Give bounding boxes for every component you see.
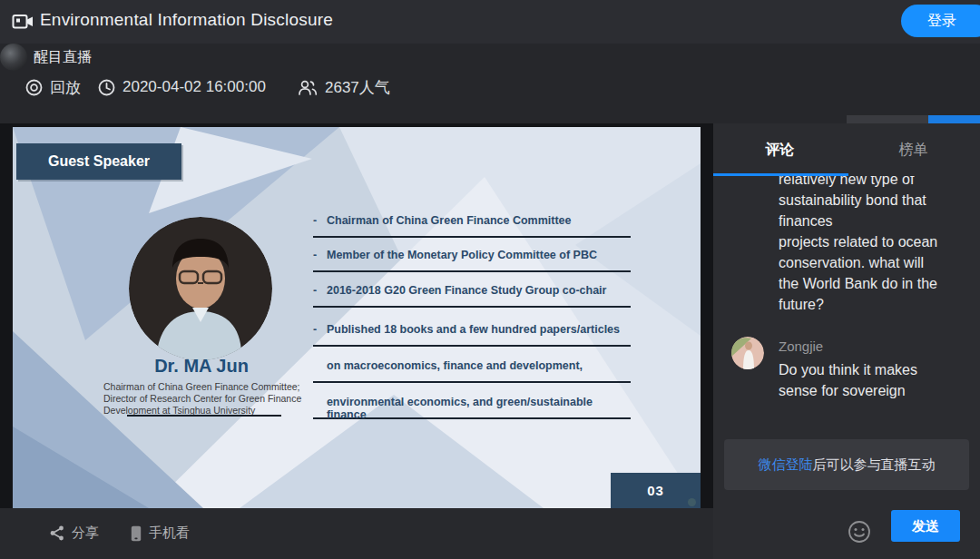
video-player[interactable]: Guest Speaker Dr. MA Jun Chairman of Chi… xyxy=(0,123,713,508)
chat-message-text: relatively new type of sustainability bo… xyxy=(779,176,967,315)
bullet-item: on macroeconomics, finance and developme… xyxy=(313,359,631,383)
datetime-label: 2020-04-02 16:00:00 xyxy=(122,78,266,96)
chat-message-list[interactable]: relatively new type of sustainability bo… xyxy=(713,176,980,436)
record-icon xyxy=(25,79,43,96)
emoji-icon[interactable] xyxy=(848,520,871,544)
player-bottom-bar: 分享 手机看 xyxy=(0,508,713,559)
guest-speaker-banner: Guest Speaker xyxy=(16,143,181,180)
people-icon xyxy=(298,79,318,96)
slide-background-shapes xyxy=(13,127,701,508)
info-bar: 回放 2020-04-02 16:00:00 2637人气 醒目直播 xyxy=(0,44,980,123)
share-button[interactable]: 分享 xyxy=(50,525,99,542)
tab-comments[interactable]: 评论 xyxy=(713,123,847,176)
slide-canvas: Guest Speaker Dr. MA Jun Chairman of Chi… xyxy=(13,127,701,508)
popularity-stat: 2637人气 xyxy=(298,76,390,98)
speaker-title: Chairman of China Green Finance Committe… xyxy=(103,381,321,416)
popularity-label: 2637人气 xyxy=(325,77,390,98)
chat-username: Zongjie xyxy=(779,337,967,357)
login-button[interactable]: 登录 xyxy=(901,5,980,37)
wechat-login-link[interactable]: 微信登陆 xyxy=(759,456,813,472)
speaker-photo xyxy=(129,217,272,360)
watch-on-mobile-button[interactable]: 手机看 xyxy=(131,525,190,542)
clock-icon xyxy=(98,79,115,96)
chat-message-text: Do you think it makes sense for sovereig… xyxy=(779,359,967,401)
share-label: 分享 xyxy=(72,525,99,542)
comment-sidebar: 评论 榜单 relatively new type of sustainabil… xyxy=(713,123,980,559)
login-notice-rest: 后可以参与直播互动 xyxy=(813,456,936,472)
bullet-item: - 2016-2018 G20 Green Finance Study Grou… xyxy=(313,284,631,308)
speaker-title-line: Chairman of China Green Finance Committe… xyxy=(103,381,321,393)
speaker-title-line: Director of Research Center for Green Fi… xyxy=(103,393,321,405)
phone-icon xyxy=(131,525,142,542)
bullet-item: - Member of the Monetary Policy Committe… xyxy=(313,249,631,272)
speaker-underline xyxy=(127,415,281,417)
page-title: Environmental Information Disclosure xyxy=(40,10,333,30)
bullet-item: - Published 18 books and a few hundred p… xyxy=(313,323,631,347)
chat-message: relatively new type of sustainability bo… xyxy=(713,176,980,315)
header-bar: Environmental Information Disclosure 登录 xyxy=(0,0,980,44)
replay-badge: 回放 xyxy=(25,76,81,98)
sidebar-tabbar: 评论 榜单 xyxy=(713,123,980,176)
wechat-login-notice: 微信登陆后可以参与直播互动 xyxy=(724,439,969,490)
user-avatar xyxy=(731,337,764,369)
speaker-name: Dr. MA Jun xyxy=(67,356,336,377)
share-icon xyxy=(50,525,64,541)
recording-dot xyxy=(688,498,696,506)
replay-label: 回放 xyxy=(50,77,81,98)
channel-avatar xyxy=(0,44,27,71)
video-camera-icon xyxy=(12,13,34,31)
mobile-label: 手机看 xyxy=(149,525,190,542)
send-button[interactable]: 发送 xyxy=(891,510,960,542)
schedule-time: 2020-04-02 16:00:00 xyxy=(98,76,266,98)
chat-message: Zongjie Do you think it makes sense for … xyxy=(713,337,980,401)
channel-info: 醒目直播 xyxy=(0,44,980,71)
tab-ranking[interactable]: 榜单 xyxy=(847,123,980,176)
channel-name: 醒目直播 xyxy=(34,48,92,67)
bullet-item: environmental economics, and green/susta… xyxy=(313,396,631,419)
send-row: 发送 xyxy=(713,505,980,559)
bullet-item: - Chairman of China Green Finance Commit… xyxy=(313,214,631,238)
